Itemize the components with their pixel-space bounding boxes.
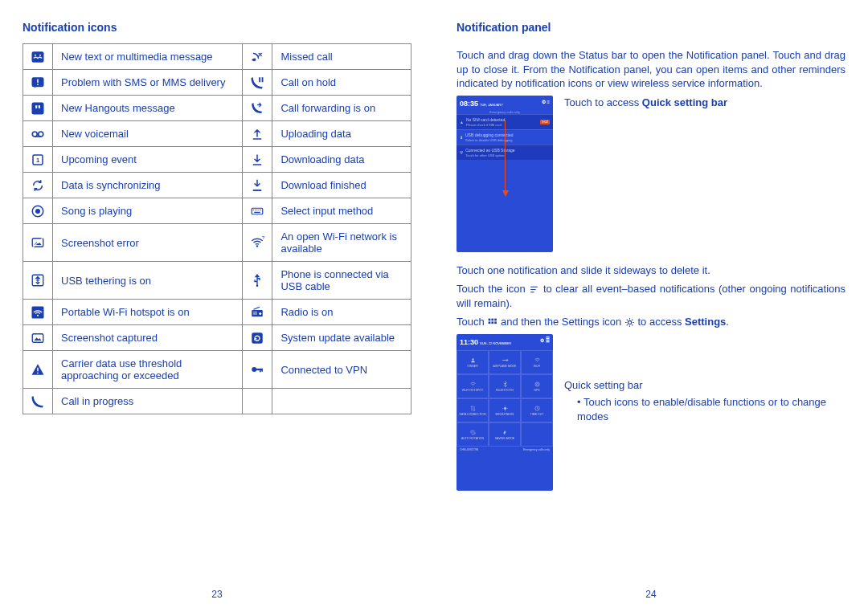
svg-rect-21 — [255, 209, 256, 210]
icon-label: Downloading data — [272, 147, 411, 173]
icon-label: Screenshot captured — [53, 325, 243, 351]
icon-label: Problem with SMS or MMS delivery — [53, 70, 243, 96]
icon-label: New text or multimedia message — [53, 44, 243, 70]
call-hold-icon — [243, 70, 272, 96]
download-icon — [243, 147, 272, 173]
svg-rect-6 — [260, 77, 261, 82]
svg-rect-41 — [37, 368, 39, 372]
icon-label: Download finished — [272, 173, 411, 198]
svg-point-43 — [252, 367, 257, 372]
voicemail-icon — [23, 121, 53, 147]
quick-grid-icon — [487, 317, 497, 328]
svg-point-66 — [537, 361, 538, 361]
svg-line-61 — [627, 320, 628, 320]
svg-point-2 — [39, 54, 41, 55]
icon-label: Select input method — [272, 198, 411, 224]
icon-label: An open Wi-Fi network is available — [272, 224, 411, 262]
svg-rect-46 — [262, 369, 264, 372]
icon-label: Screenshot error — [53, 224, 243, 262]
icon-label: Call on hold — [272, 70, 411, 96]
svg-rect-54 — [492, 322, 494, 324]
svg-rect-37 — [253, 312, 257, 312]
left-page: Notification icons New text or multimedi… — [23, 16, 411, 600]
svg-text:1: 1 — [36, 157, 39, 164]
icon-label: Upcoming event — [53, 147, 243, 173]
svg-rect-76 — [472, 430, 474, 434]
screenshot-error-icon — [23, 224, 53, 262]
svg-point-56 — [628, 321, 631, 324]
touch-quick-caption: Touch to access Quick setting bar — [564, 96, 727, 108]
svg-rect-45 — [260, 369, 261, 373]
radio-icon — [243, 300, 272, 325]
svg-point-36 — [260, 312, 262, 315]
icon-label: Connected to VPN — [272, 351, 411, 389]
svg-rect-20 — [253, 209, 254, 210]
svg-rect-22 — [257, 209, 258, 210]
keyboard-icon — [243, 198, 272, 224]
svg-rect-53 — [489, 322, 491, 324]
svg-rect-4 — [37, 79, 39, 83]
clear-icon — [529, 284, 539, 295]
icon-label: Data is synchronizing — [53, 173, 243, 198]
svg-rect-50 — [489, 319, 491, 321]
svg-rect-5 — [37, 84, 39, 85]
gear-icon — [624, 317, 635, 328]
svg-line-62 — [632, 325, 633, 326]
icon-label: Song is playing — [53, 198, 243, 224]
svg-point-70 — [504, 407, 506, 410]
warning-icon — [23, 351, 53, 389]
svg-rect-23 — [259, 209, 260, 210]
svg-line-35 — [254, 307, 260, 309]
message-icon — [23, 44, 53, 70]
svg-rect-55 — [495, 322, 497, 324]
icon-label: Carrier data use threshold approaching o… — [53, 351, 243, 389]
tip-clear: Touch the icon to clear all event–based … — [457, 282, 845, 310]
intro-text: Touch and drag down the Status bar to op… — [457, 48, 845, 91]
notification-icons-table: New text or multimedia message Missed ca… — [23, 43, 411, 414]
usb-tether-icon — [23, 262, 53, 300]
page-number: 23 — [23, 579, 411, 600]
hotspot-icon — [23, 300, 53, 325]
icon-label: Phone is connected via USB cable — [272, 262, 411, 300]
svg-rect-51 — [492, 319, 494, 321]
svg-rect-39 — [32, 333, 43, 342]
sync-icon — [23, 173, 53, 198]
icon-label: New voicemail — [53, 121, 243, 147]
heading-notification-icons: Notification icons — [23, 21, 411, 34]
svg-rect-8 — [32, 102, 44, 114]
svg-point-10 — [39, 132, 43, 137]
svg-point-31 — [256, 285, 258, 287]
svg-point-28 — [256, 245, 258, 247]
hangouts-icon — [23, 96, 53, 121]
icon-label: Portable Wi-Fi hotspot is on — [53, 300, 243, 325]
svg-rect-42 — [37, 373, 39, 374]
svg-point-69 — [534, 381, 538, 386]
svg-rect-38 — [253, 313, 257, 314]
upload-icon — [243, 121, 272, 147]
svg-line-27 — [33, 238, 43, 247]
missed-call-icon — [243, 44, 272, 70]
svg-point-65 — [472, 358, 473, 360]
usb-connected-icon — [243, 262, 272, 300]
download-done-icon — [243, 173, 272, 198]
tip-settings: Touch and then the Settings icon to acce… — [457, 315, 845, 329]
icon-label: USB tethering is on — [53, 262, 243, 300]
screenshot-quick-settings: 11:30SUN, 22 NOVEMBER ⚙ ≣ OWNER AIRPLANE… — [457, 334, 553, 491]
page-number: 24 — [457, 579, 845, 600]
play-music-icon — [23, 198, 53, 224]
wifi-open-icon: ? — [243, 224, 272, 262]
screenshot-notification-panel: 08:35TUE, JANUARY ⚙ ≡ Emergency calls on… — [457, 96, 553, 252]
svg-text:?: ? — [262, 235, 264, 240]
svg-rect-40 — [252, 332, 264, 344]
icon-label: Uploading data — [272, 121, 411, 147]
svg-rect-24 — [260, 209, 261, 210]
svg-point-18 — [35, 209, 40, 214]
icon-label: Call forwarding is on — [272, 96, 411, 121]
right-page: Notification panel Touch and drag down t… — [457, 16, 845, 600]
svg-rect-0 — [32, 51, 44, 63]
screenshot-icon — [23, 325, 53, 351]
icon-label: Call in progress — [53, 389, 243, 414]
icon-label: Radio is on — [272, 300, 411, 325]
heading-notification-panel: Notification panel — [457, 21, 845, 34]
svg-rect-52 — [495, 319, 497, 321]
